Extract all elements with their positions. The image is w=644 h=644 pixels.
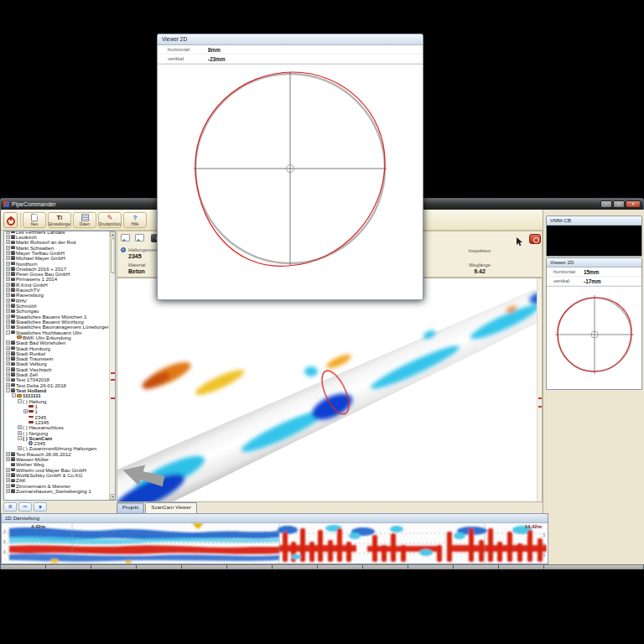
help-button[interactable]: ? Hilfe: [123, 212, 147, 228]
tree-item[interactable]: +Zusmarshausen_Steineberging 1: [4, 488, 110, 493]
power-button[interactable]: [3, 212, 18, 228]
scroll-down-icon[interactable]: ▼: [110, 494, 116, 500]
horizontal-value: 8mm: [208, 47, 221, 53]
tab-scancam-viewer[interactable]: ScanCam Viewer: [145, 502, 197, 513]
settings-button[interactable]: Ti Einstellungen: [48, 212, 71, 228]
pressure-test-button[interactable]: ✎ Druckprüfung: [98, 212, 122, 228]
pipe-3d-view[interactable]: [117, 278, 543, 502]
clock-tick: 9: [543, 553, 545, 558]
expand-icon[interactable]: +: [6, 489, 10, 493]
collapse-icon[interactable]: −: [6, 330, 10, 335]
expand-icon[interactable]: +: [6, 478, 10, 482]
expand-icon[interactable]: +: [23, 409, 28, 413]
project-tree-panel: +Les Fermiers Landais+Leutkirch+Markt Ru…: [3, 231, 116, 501]
expand-icon[interactable]: +: [6, 484, 10, 488]
expand-icon[interactable]: +: [6, 231, 10, 234]
expand-icon[interactable]: +: [6, 293, 10, 297]
org-icon: [11, 235, 15, 239]
expand-icon[interactable]: +: [6, 351, 10, 356]
org-icon: [11, 231, 15, 233]
expand-icon[interactable]: +: [6, 356, 10, 361]
expand-icon[interactable]: +: [6, 361, 10, 366]
expand-icon[interactable]: +: [6, 251, 10, 255]
expand-icon[interactable]: +: [6, 319, 10, 324]
expand-icon[interactable]: +: [6, 283, 10, 287]
org-icon: [11, 452, 15, 456]
expand-icon[interactable]: +: [6, 473, 10, 477]
vmm-cb-title[interactable]: VMM-CB: [547, 216, 641, 226]
viewer2d-floating-title[interactable]: Viewer 2D: [158, 34, 423, 45]
minimize-button[interactable]: –: [600, 200, 612, 208]
pressure-test-icon: ✎: [99, 213, 121, 222]
data-button[interactable]: Daten: [73, 212, 96, 228]
tree-view-1-button[interactable]: ≣: [3, 502, 17, 512]
new-button[interactable]: Neu: [23, 212, 46, 228]
org-icon: [11, 325, 15, 330]
expand-icon[interactable]: +: [18, 446, 22, 450]
expand-icon[interactable]: +: [6, 346, 10, 351]
cursor-tool-icon[interactable]: [517, 235, 523, 250]
cross-section-graphic-large: [158, 65, 422, 298]
expand-icon[interactable]: +: [6, 457, 10, 461]
org-icon: [11, 288, 15, 292]
no-expander: [6, 462, 10, 466]
2d-darstellung-title[interactable]: 2D Darstellung: [2, 514, 548, 523]
haltungsnummer-value: 2345: [128, 253, 142, 259]
collapse-icon[interactable]: −: [12, 393, 16, 397]
expand-icon[interactable]: +: [18, 425, 22, 429]
expand-icon[interactable]: +: [6, 372, 10, 377]
org-icon: [11, 293, 15, 298]
expand-icon[interactable]: +: [6, 309, 10, 313]
collapse-icon[interactable]: −: [18, 436, 22, 440]
expand-icon[interactable]: +: [6, 304, 10, 308]
expand-icon[interactable]: +: [6, 452, 10, 456]
expand-icon[interactable]: +: [6, 377, 10, 382]
tab-projekt[interactable]: Projekt: [117, 502, 144, 513]
expand-icon[interactable]: +: [6, 272, 10, 276]
record-button[interactable]: [529, 234, 541, 244]
expand-icon[interactable]: +: [6, 383, 10, 387]
expand-icon[interactable]: +: [6, 288, 10, 292]
section-status-icon: [121, 247, 126, 252]
right-dock: VMM-CB Viewer 2D horizontal 15mm vertika…: [543, 210, 644, 564]
expand-icon[interactable]: +: [6, 340, 10, 345]
org-icon: [11, 278, 15, 282]
vertikal-value: -23mm: [208, 56, 226, 62]
org-icon: [11, 388, 15, 392]
view3d-scrollbar[interactable]: [537, 278, 542, 501]
settings-icon: Ti: [49, 213, 70, 222]
filter-button[interactable]: ▼: [34, 502, 47, 512]
scan-heatmap[interactable]: 4.42m 14.42m 3 6 9 3 6 9: [3, 523, 547, 564]
tree-scrollbar[interactable]: ▲ ▼: [109, 231, 115, 500]
expand-icon[interactable]: +: [6, 246, 10, 250]
close-button[interactable]: ✕: [626, 200, 641, 208]
expand-icon[interactable]: +: [6, 299, 10, 303]
data-list-icon: [74, 213, 96, 222]
expand-icon[interactable]: +: [6, 256, 10, 260]
expand-icon[interactable]: +: [6, 235, 10, 239]
tree-scroll-thumb[interactable]: [111, 238, 116, 273]
maximize-button[interactable]: □: [613, 200, 625, 208]
expand-icon[interactable]: +: [6, 367, 10, 371]
expand-icon[interactable]: +: [6, 314, 10, 319]
org-icon: [11, 489, 15, 493]
collapse-icon[interactable]: −: [6, 388, 10, 392]
expand-icon[interactable]: +: [6, 240, 10, 244]
scroll-up-icon[interactable]: ▲: [110, 231, 116, 237]
app-icon: [3, 201, 9, 207]
viewer2d-right-title[interactable]: Viewer 2D: [547, 258, 641, 267]
collapse-icon[interactable]: −: [18, 399, 22, 403]
tree-footer: ≣ ≔ ▼: [3, 501, 116, 512]
export-icon[interactable]: [121, 234, 130, 242]
expand-icon[interactable]: +: [6, 277, 10, 281]
import-icon[interactable]: [135, 234, 144, 242]
expand-icon[interactable]: +: [18, 431, 22, 435]
expand-icon[interactable]: +: [6, 468, 10, 472]
expand-icon[interactable]: +: [6, 262, 10, 266]
expand-icon[interactable]: +: [6, 267, 10, 271]
tree-view-2-button[interactable]: ≔: [18, 502, 32, 512]
org-icon: [11, 241, 15, 245]
org-icon: [11, 372, 15, 377]
scroll-bookmark: [538, 406, 543, 408]
expand-icon[interactable]: +: [6, 325, 10, 329]
